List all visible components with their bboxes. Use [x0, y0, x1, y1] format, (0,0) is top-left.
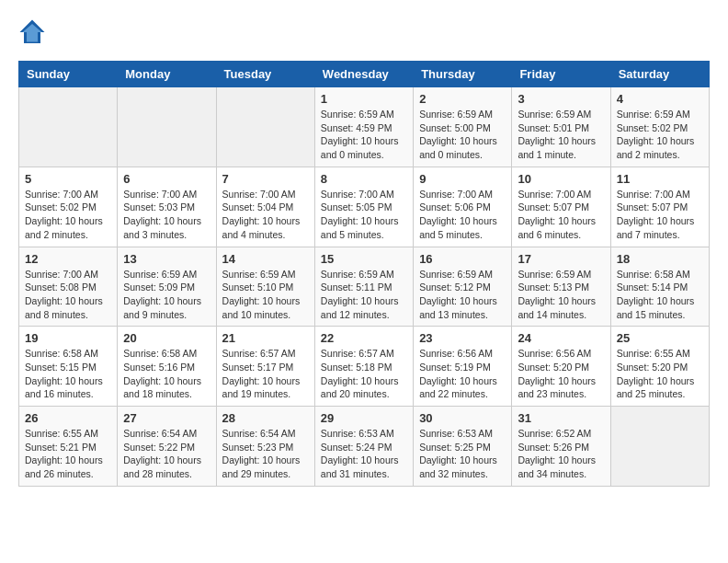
day-info: Sunrise: 6:59 AM Sunset: 5:11 PM Dayligh… [321, 268, 407, 322]
calendar-cell: 21Sunrise: 6:57 AM Sunset: 5:17 PM Dayli… [216, 327, 314, 407]
calendar-header-monday: Monday [118, 62, 216, 87]
day-info: Sunrise: 7:00 AM Sunset: 5:03 PM Dayligh… [123, 188, 210, 242]
day-number: 29 [321, 411, 407, 425]
calendar-week-row-4: 26Sunrise: 6:55 AM Sunset: 5:21 PM Dayli… [19, 407, 710, 487]
day-number: 27 [123, 411, 210, 425]
day-info: Sunrise: 6:59 AM Sunset: 5:10 PM Dayligh… [222, 268, 309, 322]
calendar-cell: 31Sunrise: 6:52 AM Sunset: 5:26 PM Dayli… [512, 407, 610, 487]
day-info: Sunrise: 6:56 AM Sunset: 5:20 PM Dayligh… [518, 347, 604, 401]
day-info: Sunrise: 6:59 AM Sunset: 5:02 PM Dayligh… [617, 108, 703, 162]
day-number: 28 [222, 411, 309, 425]
calendar-cell [19, 87, 118, 167]
calendar-cell [216, 87, 314, 167]
day-info: Sunrise: 6:54 AM Sunset: 5:23 PM Dayligh… [222, 427, 309, 481]
day-info: Sunrise: 7:00 AM Sunset: 5:07 PM Dayligh… [518, 188, 604, 242]
calendar-cell: 6Sunrise: 7:00 AM Sunset: 5:03 PM Daylig… [118, 167, 216, 247]
calendar-cell: 22Sunrise: 6:57 AM Sunset: 5:18 PM Dayli… [314, 327, 413, 407]
day-number: 14 [222, 252, 309, 266]
day-info: Sunrise: 6:58 AM Sunset: 5:15 PM Dayligh… [25, 347, 111, 401]
logo-icon [18, 18, 46, 46]
day-number: 3 [518, 92, 604, 106]
day-info: Sunrise: 6:53 AM Sunset: 5:25 PM Dayligh… [419, 427, 506, 481]
day-number: 7 [222, 172, 309, 186]
day-info: Sunrise: 6:52 AM Sunset: 5:26 PM Dayligh… [518, 427, 604, 481]
calendar-cell: 16Sunrise: 6:59 AM Sunset: 5:12 PM Dayli… [414, 247, 512, 327]
calendar-cell: 10Sunrise: 7:00 AM Sunset: 5:07 PM Dayli… [512, 167, 610, 247]
day-number: 1 [321, 92, 407, 106]
calendar-week-row-1: 5Sunrise: 7:00 AM Sunset: 5:02 PM Daylig… [19, 167, 710, 247]
calendar-cell: 13Sunrise: 6:59 AM Sunset: 5:09 PM Dayli… [118, 247, 216, 327]
day-number: 6 [123, 172, 210, 186]
day-number: 16 [419, 252, 506, 266]
day-number: 18 [617, 252, 703, 266]
calendar-cell [118, 87, 216, 167]
page-header [18, 18, 710, 46]
day-info: Sunrise: 6:59 AM Sunset: 5:09 PM Dayligh… [123, 268, 210, 322]
calendar-cell: 9Sunrise: 7:00 AM Sunset: 5:06 PM Daylig… [414, 167, 512, 247]
day-number: 19 [25, 331, 111, 345]
day-info: Sunrise: 7:00 AM Sunset: 5:05 PM Dayligh… [321, 188, 407, 242]
day-number: 15 [321, 252, 407, 266]
calendar-week-row-0: 1Sunrise: 6:59 AM Sunset: 4:59 PM Daylig… [19, 87, 710, 167]
calendar-cell: 1Sunrise: 6:59 AM Sunset: 4:59 PM Daylig… [314, 87, 413, 167]
calendar-week-row-3: 19Sunrise: 6:58 AM Sunset: 5:15 PM Dayli… [19, 327, 710, 407]
calendar-header-sunday: Sunday [19, 62, 118, 87]
calendar-cell: 24Sunrise: 6:56 AM Sunset: 5:20 PM Dayli… [512, 327, 610, 407]
calendar-header-tuesday: Tuesday [216, 62, 314, 87]
calendar-cell: 30Sunrise: 6:53 AM Sunset: 5:25 PM Dayli… [414, 407, 512, 487]
calendar-cell: 29Sunrise: 6:53 AM Sunset: 5:24 PM Dayli… [314, 407, 413, 487]
day-info: Sunrise: 7:00 AM Sunset: 5:08 PM Dayligh… [25, 268, 111, 322]
calendar-cell: 7Sunrise: 7:00 AM Sunset: 5:04 PM Daylig… [216, 167, 314, 247]
calendar-cell: 5Sunrise: 7:00 AM Sunset: 5:02 PM Daylig… [19, 167, 118, 247]
day-number: 25 [617, 331, 703, 345]
day-info: Sunrise: 6:58 AM Sunset: 5:16 PM Dayligh… [123, 347, 210, 401]
day-info: Sunrise: 6:54 AM Sunset: 5:22 PM Dayligh… [123, 427, 210, 481]
day-info: Sunrise: 6:57 AM Sunset: 5:17 PM Dayligh… [222, 347, 309, 401]
calendar-cell: 14Sunrise: 6:59 AM Sunset: 5:10 PM Dayli… [216, 247, 314, 327]
day-number: 26 [25, 411, 111, 425]
calendar-cell [610, 407, 709, 487]
calendar-cell: 26Sunrise: 6:55 AM Sunset: 5:21 PM Dayli… [19, 407, 118, 487]
day-number: 30 [419, 411, 506, 425]
calendar-header-friday: Friday [512, 62, 610, 87]
day-number: 8 [321, 172, 407, 186]
day-info: Sunrise: 6:55 AM Sunset: 5:21 PM Dayligh… [25, 427, 111, 481]
day-info: Sunrise: 7:00 AM Sunset: 5:04 PM Dayligh… [222, 188, 309, 242]
day-info: Sunrise: 6:58 AM Sunset: 5:14 PM Dayligh… [617, 268, 703, 322]
calendar-cell: 17Sunrise: 6:59 AM Sunset: 5:13 PM Dayli… [512, 247, 610, 327]
day-number: 5 [25, 172, 111, 186]
logo [18, 18, 51, 46]
calendar-cell: 19Sunrise: 6:58 AM Sunset: 5:15 PM Dayli… [19, 327, 118, 407]
day-info: Sunrise: 6:56 AM Sunset: 5:19 PM Dayligh… [419, 347, 506, 401]
day-number: 22 [321, 331, 407, 345]
day-number: 17 [518, 252, 604, 266]
calendar-table: SundayMondayTuesdayWednesdayThursdayFrid… [18, 61, 710, 487]
day-info: Sunrise: 6:57 AM Sunset: 5:18 PM Dayligh… [321, 347, 407, 401]
calendar-header-saturday: Saturday [610, 62, 709, 87]
day-number: 24 [518, 331, 604, 345]
calendar-cell: 3Sunrise: 6:59 AM Sunset: 5:01 PM Daylig… [512, 87, 610, 167]
day-number: 4 [617, 92, 703, 106]
calendar-week-row-2: 12Sunrise: 7:00 AM Sunset: 5:08 PM Dayli… [19, 247, 710, 327]
day-number: 9 [419, 172, 506, 186]
day-number: 23 [419, 331, 506, 345]
day-number: 20 [123, 331, 210, 345]
calendar-cell: 4Sunrise: 6:59 AM Sunset: 5:02 PM Daylig… [610, 87, 709, 167]
day-info: Sunrise: 6:53 AM Sunset: 5:24 PM Dayligh… [321, 427, 407, 481]
calendar-header-thursday: Thursday [414, 62, 512, 87]
calendar-cell: 8Sunrise: 7:00 AM Sunset: 5:05 PM Daylig… [314, 167, 413, 247]
day-info: Sunrise: 7:00 AM Sunset: 5:06 PM Dayligh… [419, 188, 506, 242]
day-info: Sunrise: 6:59 AM Sunset: 5:00 PM Dayligh… [419, 108, 506, 162]
calendar-cell: 28Sunrise: 6:54 AM Sunset: 5:23 PM Dayli… [216, 407, 314, 487]
day-info: Sunrise: 6:59 AM Sunset: 5:12 PM Dayligh… [419, 268, 506, 322]
day-number: 11 [617, 172, 703, 186]
calendar-cell: 25Sunrise: 6:55 AM Sunset: 5:20 PM Dayli… [610, 327, 709, 407]
calendar-cell: 18Sunrise: 6:58 AM Sunset: 5:14 PM Dayli… [610, 247, 709, 327]
calendar-cell: 12Sunrise: 7:00 AM Sunset: 5:08 PM Dayli… [19, 247, 118, 327]
calendar-cell: 20Sunrise: 6:58 AM Sunset: 5:16 PM Dayli… [118, 327, 216, 407]
calendar-header-row: SundayMondayTuesdayWednesdayThursdayFrid… [19, 62, 710, 87]
day-number: 21 [222, 331, 309, 345]
day-info: Sunrise: 7:00 AM Sunset: 5:02 PM Dayligh… [25, 188, 111, 242]
day-number: 12 [25, 252, 111, 266]
day-number: 2 [419, 92, 506, 106]
